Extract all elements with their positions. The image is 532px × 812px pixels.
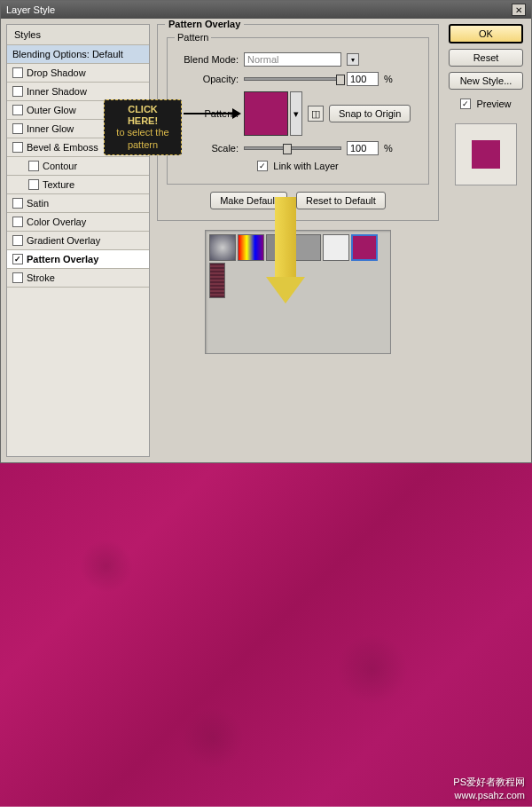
scale-slider[interactable] [244,146,341,150]
new-preset-icon[interactable]: ◫ [308,106,324,122]
ok-button[interactable]: OK [449,24,523,43]
pattern-thumb[interactable] [209,263,225,298]
link-checkbox[interactable]: ✓ [257,161,268,171]
watermark: PS爱好者教程网 www.psahz.com [453,776,525,801]
dialog-body: Styles Blending Options: Default Drop Sh… [1,19,531,462]
preview-checkbox[interactable]: ✓ [460,99,471,109]
blending-options[interactable]: Blending Options: Default [7,45,149,64]
blending-label: Blending Options: Default [12,49,123,59]
scale-input[interactable]: 100 [347,141,379,155]
scale-unit: % [384,143,393,154]
checkbox-icon[interactable] [12,198,23,209]
opacity-unit: % [384,74,393,84]
chevron-down-icon[interactable]: ▾ [290,91,302,136]
link-label: Link with Layer [273,161,338,171]
style-drop-shadow[interactable]: Drop Shadow [7,64,149,83]
checkbox-icon[interactable] [12,235,23,246]
center-panel: CLICK HERE! to select the pattern Patter… [157,24,439,457]
preview-swatch [472,140,500,169]
new-style-button[interactable]: New Style... [449,72,523,90]
pattern-thumb[interactable] [209,234,236,261]
scale-label: Scale: [176,143,239,154]
checkbox-icon[interactable] [12,86,23,97]
checkbox-icon[interactable]: ✓ [12,254,23,264]
checkbox-icon[interactable] [12,105,23,115]
preview-row: ✓ Preview [460,99,511,109]
callout-annotation: CLICK HERE! to select the pattern [104,99,182,155]
slider-thumb-icon[interactable] [283,144,292,154]
chevron-down-icon[interactable]: ▾ [347,53,359,66]
checkbox-icon[interactable] [12,123,23,134]
checkbox-icon[interactable] [12,272,23,283]
reset-default-button[interactable]: Reset to Default [296,192,386,209]
checkbox-icon[interactable] [28,179,39,190]
texture-result: PS爱好者教程网 www.psahz.com [0,463,532,807]
pattern-picker[interactable]: ▾ [244,91,302,136]
pattern-thumb-selected[interactable] [351,234,378,261]
callout-title: CLICK HERE! [112,104,174,127]
titlebar[interactable]: Layer Style ✕ [1,1,531,19]
snap-to-origin-button[interactable]: Snap to Origin [329,105,411,122]
blend-mode-label: Blend Mode: [176,54,239,65]
layer-style-dialog: Layer Style ✕ Styles Blending Options: D… [0,0,532,463]
opacity-slider[interactable] [244,77,341,81]
style-pattern-overlay[interactable]: ✓Pattern Overlay [7,250,149,269]
arrow-icon [184,113,235,114]
style-inner-shadow[interactable]: Inner Shadow [7,83,149,101]
pattern-swatch[interactable] [244,91,288,136]
arrow-head-icon [232,108,241,119]
inner-title: Pattern [175,32,211,43]
styles-panel: Styles Blending Options: Default Drop Sh… [6,24,150,457]
right-panel: OK Reset New Style... ✓ Preview [446,24,526,457]
pattern-overlay-section: Pattern Overlay Pattern Blend Mode: Norm… [157,24,439,221]
preview-label: Preview [476,99,511,109]
callout-text: to select the pattern [112,127,174,150]
dialog-title: Layer Style [6,4,55,15]
checkbox-icon[interactable] [12,217,23,227]
reset-button[interactable]: Reset [449,49,523,67]
section-title: Pattern Overlay [165,19,244,29]
pattern-thumb[interactable] [238,234,264,261]
style-texture[interactable]: Texture [7,176,149,194]
opacity-label: Opacity: [176,74,239,84]
scale-row: Scale: 100 % [176,141,419,155]
blend-mode-select[interactable]: Normal [244,52,341,67]
checkbox-icon[interactable] [28,161,39,171]
style-satin[interactable]: Satin [7,194,149,213]
opacity-row: Opacity: 100 % [176,72,419,86]
styles-header[interactable]: Styles [7,25,149,45]
style-contour[interactable]: Contour [7,157,149,176]
link-row: ✓ Link with Layer [176,161,419,171]
preview-box [455,123,517,185]
pattern-thumb[interactable] [323,234,349,261]
close-icon[interactable]: ✕ [512,4,526,16]
style-stroke[interactable]: Stroke [7,269,149,288]
checkbox-icon[interactable] [12,142,23,153]
yellow-arrow-annotation [272,197,299,304]
slider-thumb-icon[interactable] [336,75,345,85]
opacity-input[interactable]: 100 [347,72,379,86]
blend-mode-row: Blend Mode: Normal ▾ [176,52,419,67]
style-color-overlay[interactable]: Color Overlay [7,213,149,232]
pattern-inner: Pattern Blend Mode: Normal ▾ Opacity: 10… [167,37,429,185]
checkbox-icon[interactable] [12,67,23,78]
style-gradient-overlay[interactable]: Gradient Overlay [7,232,149,250]
